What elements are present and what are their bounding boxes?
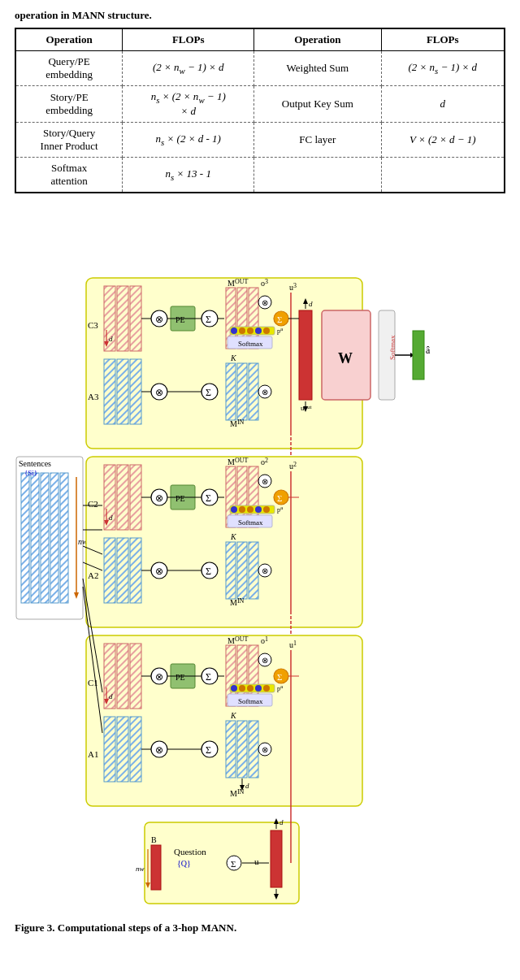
svg-text:C2: C2 — [88, 499, 98, 509]
svg-text:Σ: Σ — [206, 314, 211, 325]
svg-text:Σ: Σ — [277, 314, 282, 324]
svg-text:d: d — [109, 514, 113, 522]
svg-text:Softmax: Softmax — [388, 335, 396, 360]
svg-rect-19 — [130, 286, 141, 351]
svg-text:Softmax: Softmax — [238, 518, 263, 527]
svg-text:â: â — [426, 345, 431, 356]
svg-rect-109 — [104, 538, 115, 603]
table-row: Query/PEembedding (2 × nw − 1) × d Weigh… — [15, 51, 505, 86]
svg-point-97 — [263, 506, 270, 513]
svg-text:K: K — [230, 353, 237, 362]
svg-point-40 — [239, 327, 245, 334]
svg-rect-9 — [60, 473, 68, 603]
svg-text:⊗: ⊗ — [262, 656, 268, 665]
cell-op1-r1: Query/PEembedding — [15, 51, 123, 86]
cell-flops2-r2: d — [381, 86, 505, 123]
svg-text:{Si}: {Si} — [24, 469, 37, 477]
diagram-svg: nw Sentences {Si} C3 d ⊗ PE — [15, 205, 505, 912]
table-caption: operation in MANN structure. — [15, 8, 505, 23]
cell-op1-r2: Story/PEembedding — [15, 86, 123, 123]
svg-rect-103 — [237, 542, 247, 599]
svg-rect-158 — [249, 721, 258, 778]
svg-text:Sentences: Sentences — [19, 459, 51, 468]
cell-flops1-r4: ns × 13 - 1 — [123, 157, 254, 193]
figure-label: Figure 3. Computational steps of a 3-hop… — [15, 921, 236, 934]
svg-text:A3: A3 — [88, 392, 99, 401]
svg-text:nw: nw — [136, 865, 145, 873]
svg-rect-49 — [237, 363, 247, 420]
svg-text:⊗: ⊗ — [155, 387, 163, 398]
svg-text:d: d — [109, 692, 113, 700]
svg-text:Softmax: Softmax — [238, 340, 263, 348]
svg-rect-7 — [41, 473, 49, 603]
svg-text:B: B — [151, 835, 157, 844]
svg-text:d: d — [109, 335, 113, 343]
svg-text:PE: PE — [176, 494, 185, 503]
svg-text:⊗: ⊗ — [262, 388, 268, 397]
svg-text:u: u — [254, 856, 259, 866]
svg-point-95 — [247, 506, 254, 513]
table-row: Story/PEembedding ns × (2 × nw − 1)× d O… — [15, 86, 505, 123]
svg-point-93 — [231, 506, 237, 513]
svg-rect-6 — [31, 473, 39, 603]
svg-text:⊗: ⊗ — [155, 744, 163, 756]
svg-text:Question: Question — [174, 847, 206, 856]
cell-flops2-r1: (2 × ns − 1) × d — [381, 51, 505, 86]
col-header-flops2: FLOPs — [381, 28, 505, 51]
cell-op1-r4: Softmaxattention — [15, 157, 123, 193]
svg-point-41 — [247, 327, 254, 334]
cell-flops1-r2: ns × (2 × nw − 1)× d — [123, 86, 254, 123]
svg-point-149 — [247, 685, 254, 692]
svg-text:Σ: Σ — [277, 672, 282, 682]
cell-op1-r3: Story/QueryInner Product — [15, 122, 123, 157]
svg-text:Σ: Σ — [231, 859, 236, 869]
svg-rect-73 — [130, 465, 141, 530]
svg-rect-126 — [117, 644, 128, 709]
svg-text:⊗: ⊗ — [262, 298, 268, 307]
svg-text:⊗: ⊗ — [155, 492, 163, 504]
svg-text:Σ: Σ — [206, 492, 211, 504]
cell-op2-r2: Output Key Sum — [254, 86, 381, 123]
cell-op2-r1: Weighted Sum — [254, 51, 381, 86]
svg-rect-166 — [104, 717, 115, 782]
svg-text:⊗: ⊗ — [262, 745, 268, 754]
svg-rect-50 — [249, 363, 258, 420]
cell-op2-r3: FC layer — [254, 122, 381, 157]
figure-caption: Figure 3. Computational steps of a 3-hop… — [15, 921, 505, 934]
svg-rect-102 — [226, 542, 236, 599]
svg-rect-209 — [271, 830, 282, 887]
svg-rect-48 — [226, 363, 236, 420]
svg-text:A1: A1 — [88, 749, 98, 759]
svg-text:Σ: Σ — [277, 493, 282, 503]
svg-rect-18 — [117, 286, 128, 351]
svg-point-147 — [231, 685, 237, 692]
svg-rect-193 — [413, 331, 424, 379]
svg-text:⊗: ⊗ — [155, 671, 163, 683]
page: operation in MANN structure. Operation F… — [0, 0, 520, 943]
svg-text:C3: C3 — [88, 320, 98, 330]
col-header-op1: Operation — [15, 28, 123, 51]
svg-text:d: d — [280, 818, 284, 826]
cell-flops1-r3: ns × (2 × d - 1) — [123, 122, 254, 157]
svg-point-96 — [255, 506, 262, 513]
svg-point-151 — [263, 685, 270, 692]
cell-flops1-r1: (2 × nw − 1) × d — [123, 51, 254, 86]
svg-rect-72 — [117, 465, 128, 530]
svg-rect-156 — [226, 721, 236, 778]
svg-point-39 — [231, 327, 237, 334]
svg-text:A2: A2 — [88, 570, 98, 580]
cell-op2-r4 — [254, 157, 381, 193]
svg-rect-5 — [21, 473, 29, 603]
svg-point-43 — [263, 327, 270, 334]
svg-text:⊗: ⊗ — [155, 314, 163, 325]
svg-rect-55 — [104, 359, 115, 424]
svg-text:C1: C1 — [88, 678, 98, 687]
svg-rect-127 — [130, 644, 141, 709]
svg-rect-200 — [151, 845, 161, 890]
svg-text:⊗: ⊗ — [262, 566, 268, 575]
svg-marker-211 — [274, 818, 279, 824]
svg-rect-57 — [130, 359, 141, 424]
table-row: Softmaxattention ns × 13 - 1 — [15, 157, 505, 193]
svg-text:W: W — [338, 350, 353, 366]
svg-rect-110 — [117, 538, 128, 603]
